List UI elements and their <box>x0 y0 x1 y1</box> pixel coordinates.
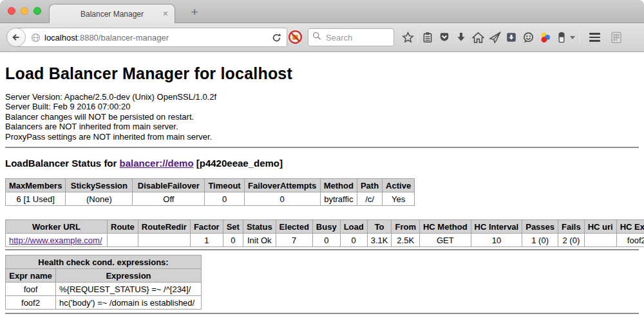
bookmark-star-icon[interactable] <box>399 30 416 44</box>
flash-block-icon[interactable] <box>287 29 303 48</box>
search-icon <box>312 32 321 43</box>
cell-status: Init Ok <box>243 234 276 247</box>
back-button[interactable] <box>6 28 26 47</box>
navigation-toolbar: localhost:8880/balancer-manager <box>0 23 644 52</box>
cell-elected: 7 <box>276 234 312 247</box>
window-zoom-button[interactable] <box>33 7 41 15</box>
col-maxmembers: MaxMembers <box>6 179 66 192</box>
tab-close-icon[interactable]: × <box>163 8 168 19</box>
col-fails: Fails <box>558 220 585 234</box>
browser-window: Balancer Manager × + localhost:8880/bala… <box>0 0 644 316</box>
col-elected: Elected <box>276 220 312 234</box>
col-hc-interval: HC Interval <box>471 220 522 234</box>
balancer-status-heading: LoadBalancer Status for balancer://demo … <box>5 158 639 169</box>
search-bar[interactable] <box>308 28 394 46</box>
col-to: To <box>367 220 392 234</box>
cell-worker-url: http://www.example.com/ <box>6 234 108 247</box>
cell-disablefailover: Off <box>133 192 205 206</box>
cell-stickysession: (None) <box>66 192 133 206</box>
section-divider <box>5 313 639 314</box>
pocket-icon[interactable] <box>436 30 453 44</box>
back-arrow-icon <box>11 32 21 42</box>
new-tab-button[interactable]: + <box>187 5 202 19</box>
heading-suffix: [p4420eeae_demo] <box>194 158 283 169</box>
col-hc-expr: HC Expr <box>616 220 644 234</box>
send-tab-icon[interactable] <box>486 30 503 44</box>
battery-extension-icon[interactable] <box>553 30 570 44</box>
chevron-down-icon[interactable] <box>570 36 575 39</box>
worker-table: Worker URL Route RouteRedir Factor Set S… <box>5 219 644 247</box>
col-from: From <box>392 220 420 234</box>
col-route: Route <box>108 220 138 234</box>
col-worker-url: Worker URL <box>6 220 108 234</box>
bookmarks-menu-icon[interactable] <box>419 30 436 44</box>
col-hc-uri: HC uri <box>584 220 616 234</box>
table-header-row: MaxMembers StickySession DisableFailover… <box>6 179 415 192</box>
col-timeout: Timeout <box>205 179 244 192</box>
col-hc-method: HC Method <box>419 220 471 234</box>
balancers-warning-line: Balancers are NOT inherited from main se… <box>5 122 639 131</box>
home-icon[interactable] <box>469 30 486 44</box>
window-controls <box>8 7 41 15</box>
page-title: Load Balancer Manager for localhost <box>5 64 639 83</box>
section-divider <box>5 147 639 148</box>
download-icon[interactable] <box>453 30 469 44</box>
toolbar-separator <box>579 30 580 44</box>
cell-set: 0 <box>223 234 243 247</box>
cell-route <box>108 234 138 247</box>
cell-expression: hc('body') =~ /domain is established/ <box>56 296 202 310</box>
cell-from: 2.5K <box>392 234 420 247</box>
worker-url-link[interactable]: http://www.example.com/ <box>9 236 102 245</box>
reload-button[interactable] <box>271 32 282 46</box>
cell-busy: 0 <box>312 234 340 247</box>
col-active: Active <box>383 179 415 192</box>
bookmarks-toolbar-grid-icon[interactable] <box>608 30 625 44</box>
col-disablefailover: DisableFailover <box>133 179 205 192</box>
url-bar[interactable]: localhost:8880/balancer-manager <box>6 28 287 47</box>
section-divider <box>5 249 639 250</box>
tab-balancer-manager[interactable]: Balancer Manager × <box>49 4 175 24</box>
tab-bar: Balancer Manager × + <box>0 0 644 23</box>
cell-expr-name: foof2 <box>6 296 56 310</box>
window-minimize-button[interactable] <box>21 7 28 15</box>
health-check-table: Health check cond. expressions: Expr nam… <box>5 255 202 310</box>
cell-expression: %{REQUEST_STATUS} =~ /^[234]/ <box>56 283 202 296</box>
cell-failoverattempts: 0 <box>244 192 320 206</box>
table-header-row: Worker URL Route RouteRedir Factor Set S… <box>6 220 644 234</box>
cell-maxmembers: 6 [1 Used] <box>6 192 66 206</box>
server-info: Server Version: Apache/2.5.0-dev (Unix) … <box>5 92 639 142</box>
table-row: foof %{REQUEST_STATUS} =~ /^[234]/ <box>6 283 202 296</box>
col-failoverattempts: FailoverAttempts <box>244 179 320 192</box>
menu-hamburger-icon[interactable] <box>586 30 603 44</box>
proxypass-warning-line: ProxyPass settings are NOT inherited fro… <box>5 132 639 142</box>
cell-to: 3.1K <box>367 234 392 247</box>
table-title-row: Health check cond. expressions: <box>6 256 202 269</box>
col-passes: Passes <box>522 220 558 234</box>
table-row: foof2 hc('body') =~ /domain is establish… <box>6 296 202 310</box>
extension-colored-dots-icon[interactable] <box>536 30 553 44</box>
col-routeredir: RouteRedir <box>138 220 190 234</box>
cell-active: Yes <box>383 192 415 206</box>
cell-hc-expr: foof2 <box>616 234 644 247</box>
toolbar-icons <box>399 28 641 47</box>
page-content: Load Balancer Manager for localhost Serv… <box>0 53 644 316</box>
col-set: Set <box>223 220 243 234</box>
table-row: http://www.example.com/ 1 0 Init Ok 7 0 … <box>6 234 644 247</box>
col-expression: Expression <box>56 269 202 283</box>
col-busy: Busy <box>312 220 340 234</box>
server-built-line: Server Built: Feb 9 2016 07:00:20 <box>5 102 639 111</box>
globe-icon <box>30 32 41 46</box>
cell-passes: 1 (0) <box>522 234 558 247</box>
col-stickysession: StickySession <box>66 179 133 192</box>
cell-hc-method: GET <box>419 234 471 247</box>
cell-routeredir <box>138 234 190 247</box>
video-download-icon[interactable] <box>503 30 520 44</box>
col-expr-name: Expr name <box>6 269 56 283</box>
balancer-demo-link[interactable]: balancer://demo <box>120 158 194 169</box>
feedback-smiley-icon[interactable] <box>520 30 536 44</box>
search-input[interactable] <box>325 32 386 43</box>
table-row: 6 [1 Used] (None) Off 0 0 bytraffic /c/ … <box>6 192 415 206</box>
url-domain: localhost <box>44 33 77 42</box>
window-close-button[interactable] <box>8 7 15 15</box>
table-header-row: Expr name Expression <box>6 269 202 283</box>
